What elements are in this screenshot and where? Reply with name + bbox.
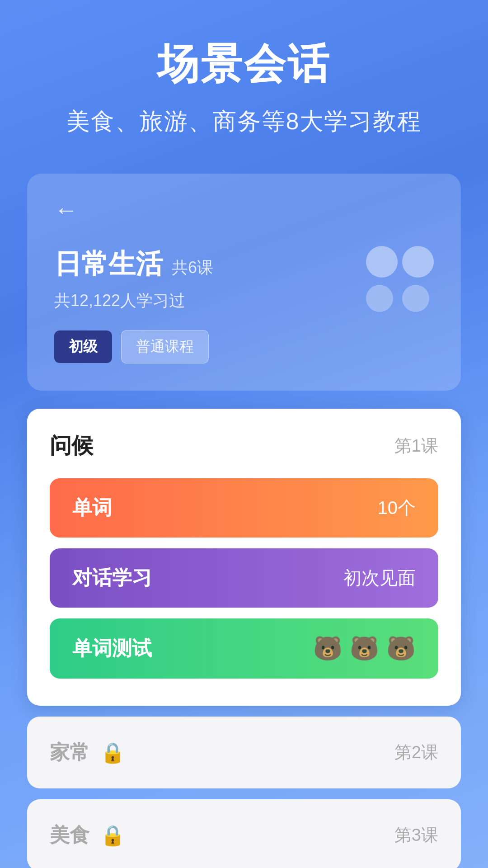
bubble-4 xyxy=(402,285,429,312)
main-title: 场景会话 xyxy=(27,36,461,92)
course-info-card: ← 日常生活 共6课 共12,122人学习过 初级 普通课程 xyxy=(27,174,461,391)
lesson-3-name: 美食 xyxy=(50,822,89,849)
course-count: 共6课 xyxy=(172,257,213,279)
tags-row: 初级 普通课程 xyxy=(54,330,434,363)
test-label: 单词测试 xyxy=(72,635,152,662)
lesson-1-name: 问候 xyxy=(50,431,93,460)
bubble-2 xyxy=(366,285,393,312)
lesson-1-header: 问候 第1课 xyxy=(50,431,438,460)
tag-beginner[interactable]: 初级 xyxy=(54,330,112,363)
tag-normal-course[interactable]: 普通课程 xyxy=(121,330,209,363)
bear-icon-3: 🐻 xyxy=(386,635,416,662)
subtitle: 美食、旅游、商务等8大学习教程 xyxy=(27,106,461,137)
course-main-title: 日常生活 xyxy=(54,246,163,283)
dialogue-value: 初次见面 xyxy=(343,566,416,590)
bubble-group-left xyxy=(366,246,398,312)
lesson-1-number: 第1课 xyxy=(394,434,438,458)
bubble-group-right xyxy=(402,246,434,312)
lesson-card-2: 家常 🔒 第2课 xyxy=(27,717,461,788)
dialogue-label: 对话学习 xyxy=(72,565,152,591)
lesson-2-left: 家常 🔒 xyxy=(50,739,125,766)
vocabulary-label: 单词 xyxy=(72,495,112,521)
lesson-3-number: 第3课 xyxy=(394,824,438,847)
lesson-card-1: 问候 第1课 单词 10个 对话学习 初次见面 单词测试 🐻 🐻 🐻 xyxy=(27,409,461,706)
lesson-2-number: 第2课 xyxy=(394,741,438,764)
lesson-card-3: 美食 🔒 第3课 xyxy=(27,799,461,868)
lock-icon-2: 🔒 xyxy=(100,741,125,764)
vocabulary-value: 10个 xyxy=(378,495,416,520)
page-wrapper: 场景会话 美食、旅游、商务等8大学习教程 ← 日常生活 共6课 共12,122人… xyxy=(0,0,488,868)
dialogue-button[interactable]: 对话学习 初次见面 xyxy=(50,548,438,608)
lesson-3-left: 美食 🔒 xyxy=(50,822,125,849)
lessons-container: 问候 第1课 单词 10个 对话学习 初次见面 单词测试 🐻 🐻 🐻 xyxy=(27,409,461,868)
bear-icon-2: 🐻 xyxy=(350,635,379,662)
header-section: 场景会话 美食、旅游、商务等8大学习教程 xyxy=(0,0,488,156)
vocabulary-button[interactable]: 单词 10个 xyxy=(50,478,438,538)
test-button[interactable]: 单词测试 🐻 🐻 🐻 xyxy=(50,618,438,679)
back-button[interactable]: ← xyxy=(54,196,78,223)
lesson-2-name: 家常 xyxy=(50,739,89,766)
bear-icons: 🐻 🐻 🐻 xyxy=(313,635,416,662)
bubble-1 xyxy=(366,246,398,278)
bubble-3 xyxy=(402,246,434,278)
lock-icon-3: 🔒 xyxy=(100,824,125,847)
bear-icon-1: 🐻 xyxy=(313,635,343,662)
decoration-bubbles xyxy=(366,246,434,312)
